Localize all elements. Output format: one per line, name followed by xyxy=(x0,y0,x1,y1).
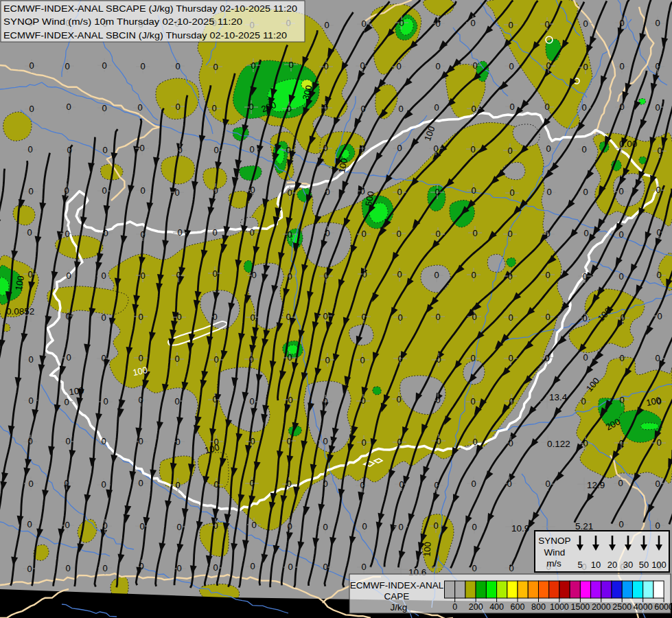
svg-text:0: 0 xyxy=(434,270,439,280)
svg-text:0: 0 xyxy=(471,104,476,114)
svg-text:J/kg: J/kg xyxy=(391,602,408,613)
svg-text:0: 0 xyxy=(361,19,366,29)
svg-text:0: 0 xyxy=(545,270,550,280)
svg-text:0: 0 xyxy=(137,102,142,113)
svg-text:0: 0 xyxy=(140,61,145,71)
svg-text:0: 0 xyxy=(286,436,291,446)
svg-text:0: 0 xyxy=(287,352,292,363)
svg-text:0: 0 xyxy=(581,102,586,113)
svg-text:0: 0 xyxy=(508,20,513,30)
svg-text:0: 0 xyxy=(138,395,143,405)
svg-text:0: 0 xyxy=(655,61,660,71)
svg-text:0: 0 xyxy=(250,436,255,446)
svg-text:0: 0 xyxy=(323,562,327,572)
svg-text:0: 0 xyxy=(583,19,588,29)
svg-text:5.21: 5.21 xyxy=(575,521,593,531)
svg-text:0: 0 xyxy=(618,438,623,448)
svg-text:0: 0 xyxy=(250,185,255,195)
svg-text:0: 0 xyxy=(398,104,403,114)
svg-text:0: 0 xyxy=(655,353,660,363)
svg-text:0: 0 xyxy=(213,354,218,365)
svg-text:0: 0 xyxy=(213,479,218,490)
svg-text:0: 0 xyxy=(472,312,476,322)
svg-text:100: 100 xyxy=(651,560,667,570)
svg-text:0: 0 xyxy=(583,352,588,363)
svg-text:0: 0 xyxy=(251,270,256,280)
svg-text:0: 0 xyxy=(175,480,180,490)
svg-text:0: 0 xyxy=(139,143,144,153)
svg-text:0: 0 xyxy=(362,269,367,279)
svg-text:600: 600 xyxy=(511,602,525,612)
svg-text:100: 100 xyxy=(422,542,433,557)
svg-text:0: 0 xyxy=(102,563,107,573)
svg-text:0: 0 xyxy=(249,227,254,238)
svg-text:0: 0 xyxy=(27,144,32,154)
svg-text:0: 0 xyxy=(546,60,551,71)
svg-text:0: 0 xyxy=(176,312,181,322)
svg-text:0: 0 xyxy=(139,521,144,531)
svg-text:0: 0 xyxy=(212,312,217,322)
svg-text:0: 0 xyxy=(325,355,329,365)
svg-text:0: 0 xyxy=(361,562,366,572)
svg-text:0: 0 xyxy=(29,104,34,114)
svg-text:0: 0 xyxy=(509,563,513,573)
svg-text:0: 0 xyxy=(138,478,143,488)
svg-text:0: 0 xyxy=(325,187,329,197)
svg-text:0: 0 xyxy=(65,61,69,71)
svg-text:0.00: 0.00 xyxy=(619,139,637,149)
svg-text:0: 0 xyxy=(509,187,514,198)
svg-text:0: 0 xyxy=(398,522,403,532)
svg-text:10: 10 xyxy=(591,560,601,570)
svg-text:0: 0 xyxy=(436,354,441,365)
svg-text:0: 0 xyxy=(140,271,145,281)
svg-text:0: 0 xyxy=(174,396,179,407)
svg-text:0: 0 xyxy=(471,479,476,489)
svg-text:0: 0 xyxy=(472,522,476,532)
svg-text:0: 0 xyxy=(175,102,180,112)
svg-text:0: 0 xyxy=(396,394,401,404)
svg-text:0: 0 xyxy=(65,311,70,321)
svg-text:0: 0 xyxy=(287,229,292,240)
svg-text:0: 0 xyxy=(507,229,512,239)
svg-text:0: 0 xyxy=(434,102,439,113)
svg-text:0: 0 xyxy=(435,19,440,29)
svg-text:0: 0 xyxy=(657,311,662,321)
svg-text:0: 0 xyxy=(435,229,440,239)
svg-text:0: 0 xyxy=(581,144,586,154)
svg-text:0: 0 xyxy=(139,561,143,571)
svg-text:0: 0 xyxy=(28,186,33,196)
svg-text:0: 0 xyxy=(64,397,69,407)
svg-text:ECMWF-INDEX-ANAL SBCIN (J/kg): ECMWF-INDEX-ANAL SBCIN (J/kg) Thursday 0… xyxy=(3,31,287,41)
svg-text:0: 0 xyxy=(64,185,69,196)
svg-text:0: 0 xyxy=(361,312,366,322)
svg-text:0: 0 xyxy=(213,562,218,573)
svg-text:0: 0 xyxy=(211,103,216,113)
svg-text:0: 0 xyxy=(323,143,327,153)
svg-text:12.9: 12.9 xyxy=(587,480,605,490)
svg-text:0: 0 xyxy=(29,60,34,71)
svg-text:0: 0 xyxy=(583,228,588,238)
svg-text:0: 0 xyxy=(325,228,329,238)
svg-text:0: 0 xyxy=(101,312,106,323)
svg-text:0: 0 xyxy=(27,269,32,279)
svg-text:100: 100 xyxy=(69,385,85,398)
svg-text:2000: 2000 xyxy=(592,602,611,612)
svg-text:0: 0 xyxy=(436,436,441,446)
svg-text:0: 0 xyxy=(618,519,623,529)
svg-text:0: 0 xyxy=(64,478,69,488)
svg-text:0: 0 xyxy=(323,396,327,407)
svg-text:0: 0 xyxy=(249,396,254,407)
svg-text:0: 0 xyxy=(287,187,292,198)
svg-text:0: 0 xyxy=(544,353,549,363)
svg-text:0: 0 xyxy=(138,312,143,322)
svg-text:0: 0 xyxy=(545,479,550,489)
svg-text:0: 0 xyxy=(655,18,660,28)
svg-text:0: 0 xyxy=(619,353,624,363)
svg-text:0: 0 xyxy=(67,145,71,155)
svg-text:0: 0 xyxy=(360,396,365,406)
svg-text:0: 0 xyxy=(251,520,256,530)
svg-text:0: 0 xyxy=(434,480,439,490)
svg-text:0: 0 xyxy=(470,396,475,407)
svg-text:0: 0 xyxy=(66,352,71,363)
svg-text:0: 0 xyxy=(655,102,660,113)
